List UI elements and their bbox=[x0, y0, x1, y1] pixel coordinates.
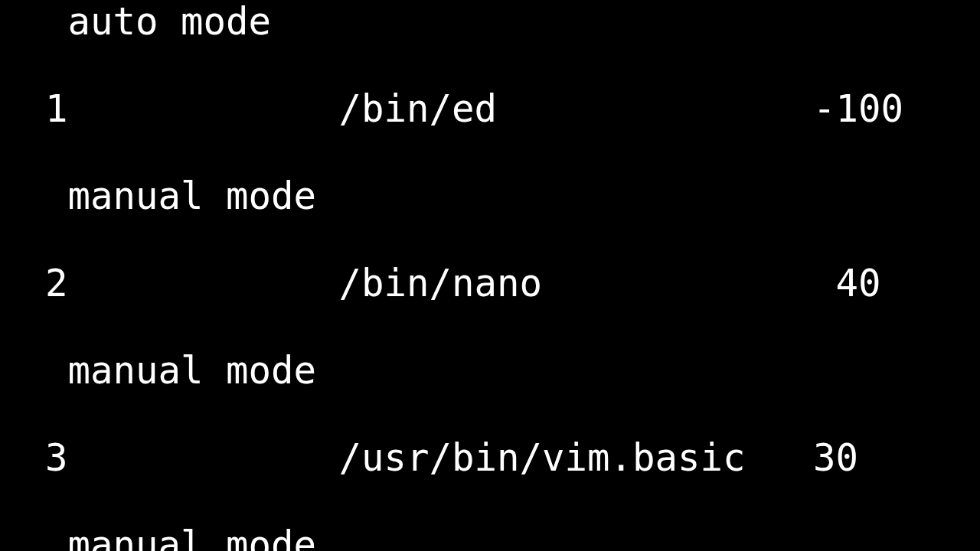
alt-row-1: 1 /bin/ed -100 bbox=[0, 87, 980, 131]
terminal-output[interactable]: auto mode 1 /bin/ed -100 manual mode 2 /… bbox=[0, 0, 980, 551]
mode-line-auto: auto mode bbox=[0, 0, 980, 44]
alt-row-2: 2 /bin/nano 40 bbox=[0, 262, 980, 305]
mode-line-1: manual mode bbox=[0, 174, 980, 218]
mode-line-2: manual mode bbox=[0, 349, 980, 393]
alt-row-3: 3 /usr/bin/vim.basic 30 bbox=[0, 436, 980, 480]
mode-line-3: manual mode bbox=[0, 523, 980, 551]
